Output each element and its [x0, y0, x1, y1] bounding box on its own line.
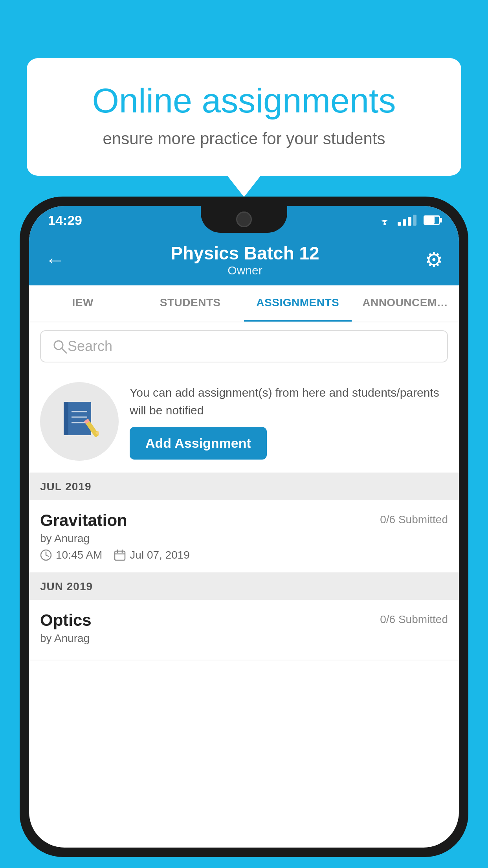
promo-text: You can add assignment(s) from here and … [130, 384, 448, 419]
search-placeholder: Search [68, 338, 112, 355]
tooltip-title: Online assignments [58, 82, 430, 120]
battery-icon [424, 215, 440, 225]
promo-content: You can add assignment(s) from here and … [130, 384, 448, 460]
search-icon [52, 338, 68, 354]
assignment-submitted-optics: 0/6 Submitted [380, 611, 448, 626]
clock-icon [40, 549, 52, 561]
assignment-meta: 10:45 AM Jul 07, 2019 [40, 549, 448, 561]
phone-camera [236, 211, 252, 227]
settings-icon[interactable]: ⚙ [425, 248, 443, 272]
time-value: 10:45 AM [56, 549, 102, 561]
phone-screen: 14:29 [29, 206, 459, 848]
back-button[interactable]: ← [45, 248, 65, 272]
tab-iew[interactable]: IEW [29, 285, 137, 322]
assignment-author-optics: by Anurag [40, 632, 448, 645]
tab-announcements[interactable]: ANNOUNCEM… [352, 285, 459, 322]
assignment-item-optics[interactable]: Optics 0/6 Submitted by Anurag [29, 600, 459, 660]
assignment-name-optics: Optics [40, 611, 92, 630]
tab-students[interactable]: STUDENTS [137, 285, 244, 322]
meta-date: Jul 07, 2019 [114, 549, 190, 561]
status-time: 14:29 [48, 213, 82, 228]
tabs-bar: IEW STUDENTS ASSIGNMENTS ANNOUNCEM… [29, 285, 459, 322]
svg-rect-14 [115, 551, 125, 560]
svg-rect-3 [66, 402, 91, 435]
search-container: Search [29, 322, 459, 370]
section-header-jun: JUN 2019 [29, 573, 459, 600]
header-center: Physics Batch 12 Owner [171, 243, 319, 277]
add-assignment-button[interactable]: Add Assignment [130, 427, 267, 460]
tooltip-card: Online assignments ensure more practice … [27, 58, 461, 176]
date-value: Jul 07, 2019 [130, 549, 190, 561]
phone-notch [201, 206, 287, 233]
assignment-author: by Anurag [40, 532, 448, 545]
svg-line-2 [62, 349, 66, 353]
promo-card: You can add assignment(s) from here and … [29, 370, 459, 473]
assignment-item-gravitation[interactable]: Gravitation 0/6 Submitted by Anurag 10:4… [29, 500, 459, 573]
assignment-submitted: 0/6 Submitted [380, 511, 448, 526]
status-icons [377, 215, 440, 226]
app-header: ← Physics Batch 12 Owner ⚙ [29, 234, 459, 285]
assignment-top-optics: Optics 0/6 Submitted [40, 611, 448, 630]
assignment-top: Gravitation 0/6 Submitted [40, 511, 448, 530]
phone-device: 14:29 [20, 197, 468, 857]
header-title: Physics Batch 12 [171, 243, 319, 264]
signal-bars-icon [398, 215, 416, 226]
tooltip-subtitle: ensure more practice for your students [58, 129, 430, 148]
notebook-icon [60, 400, 99, 443]
svg-point-1 [54, 341, 63, 349]
svg-line-13 [46, 555, 48, 556]
tab-assignments[interactable]: ASSIGNMENTS [244, 285, 352, 322]
svg-point-0 [383, 223, 386, 225]
wifi-icon [377, 215, 392, 226]
assignment-name: Gravitation [40, 511, 127, 530]
promo-icon-circle [40, 382, 119, 461]
header-subtitle: Owner [171, 264, 319, 277]
calendar-icon [114, 549, 126, 561]
meta-time: 10:45 AM [40, 549, 102, 561]
search-box[interactable]: Search [40, 330, 448, 362]
svg-rect-4 [64, 402, 68, 435]
section-header-jul: JUL 2019 [29, 473, 459, 500]
